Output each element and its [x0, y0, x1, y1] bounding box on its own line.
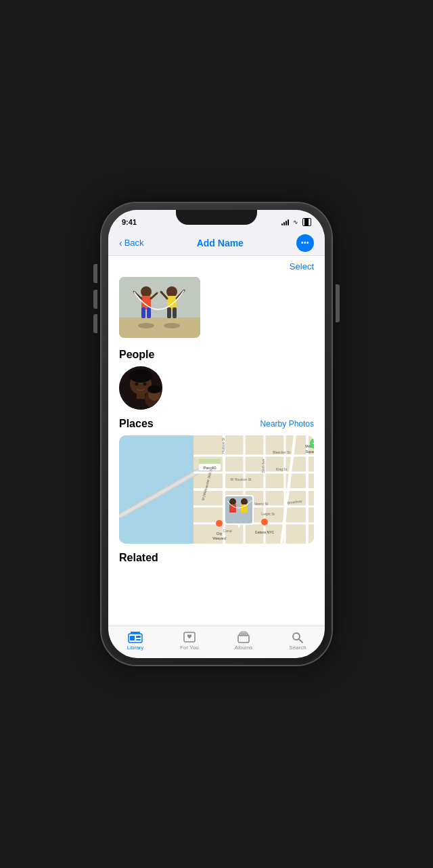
phone-screen: 9:41 ∿ ▉ ‹ Back Add Name •••: [108, 210, 325, 658]
status-icons: ∿ ▉: [281, 218, 311, 226]
svg-point-8: [166, 286, 177, 297]
svg-rect-66: [229, 504, 236, 513]
svg-point-15: [164, 323, 180, 328]
tab-albums[interactable]: Albums: [216, 631, 271, 651]
svg-rect-73: [136, 636, 141, 638]
svg-point-26: [147, 385, 161, 393]
svg-point-23: [143, 383, 147, 386]
content-area: Select: [108, 256, 325, 626]
svg-text:Hudson St: Hudson St: [221, 437, 225, 454]
people-section-title: People: [108, 341, 325, 366]
svg-text:Laight St: Laight St: [261, 512, 275, 516]
places-header: Places Nearby Photos: [108, 410, 325, 435]
wifi-icon: ∿: [293, 219, 298, 225]
phone-frame: 9:41 ∿ ▉ ‹ Back Add Name •••: [101, 203, 332, 665]
more-button[interactable]: •••: [296, 234, 314, 252]
svg-rect-1: [119, 318, 200, 338]
signal-icon: [281, 219, 289, 225]
back-button[interactable]: ‹ Back: [119, 238, 144, 248]
silent-switch[interactable]: [93, 314, 97, 333]
svg-point-57: [216, 520, 223, 527]
svg-point-60: [261, 519, 268, 525]
battery-icon: ▉: [302, 218, 311, 226]
svg-point-2: [141, 286, 152, 297]
svg-text:Vestry St: Vestry St: [254, 502, 269, 506]
library-icon: [128, 631, 143, 643]
map-view[interactable]: Pier 40 Washin Square Hudson St W Housto…: [119, 435, 314, 544]
svg-text:Gatano NYC: Gatano NYC: [255, 530, 275, 534]
search-icon: [291, 631, 304, 643]
svg-text:Sixth Ave: Sixth Ave: [261, 458, 265, 473]
svg-rect-72: [130, 636, 135, 641]
tab-search-label: Search: [289, 645, 306, 651]
svg-text:W Houston St: W Houston St: [231, 477, 252, 481]
select-button[interactable]: Select: [290, 261, 314, 272]
volume-down-button[interactable]: [93, 290, 97, 309]
svg-rect-10: [167, 307, 171, 318]
tab-search[interactable]: Search: [271, 631, 325, 651]
svg-rect-74: [136, 639, 141, 641]
navigation-bar: ‹ Back Add Name •••: [108, 230, 325, 256]
svg-text:King St: King St: [276, 467, 288, 471]
svg-text:Canal: Canal: [223, 529, 231, 533]
tab-for-you-label: For You: [180, 645, 199, 651]
svg-text:Vineyard: Vineyard: [212, 536, 226, 540]
volume-up-button[interactable]: [93, 264, 97, 283]
back-label: Back: [124, 238, 144, 248]
tab-albums-label: Albums: [235, 645, 253, 651]
places-section-title: Places: [119, 418, 154, 430]
for-you-icon: [183, 631, 196, 643]
main-photo[interactable]: [119, 277, 200, 338]
person-avatar[interactable]: [119, 366, 162, 410]
tab-for-you[interactable]: For You: [162, 631, 216, 651]
svg-rect-5: [147, 307, 151, 318]
related-section-title: Related: [119, 552, 158, 563]
power-button[interactable]: [336, 284, 340, 322]
svg-rect-11: [173, 307, 177, 318]
photo-svg: [119, 277, 200, 338]
jump-rope-photo: [119, 277, 200, 338]
svg-point-67: [241, 498, 248, 505]
svg-rect-4: [141, 307, 145, 318]
page-title: Add Name: [197, 238, 244, 248]
nearby-photos-button[interactable]: Nearby Photos: [260, 419, 314, 429]
map-svg: Pier 40 Washin Square Hudson St W Housto…: [119, 435, 314, 544]
svg-text:Bleecker St: Bleecker St: [273, 450, 290, 454]
tab-library[interactable]: Library: [108, 631, 162, 651]
face-svg: [119, 366, 162, 410]
svg-rect-68: [241, 504, 248, 513]
select-row: Select: [108, 256, 325, 274]
tab-library-label: Library: [127, 645, 143, 651]
ellipsis-icon: •••: [301, 239, 309, 246]
status-time: 9:41: [122, 218, 137, 226]
svg-text:Square: Square: [305, 450, 314, 454]
notch: [176, 210, 257, 225]
svg-text:City: City: [216, 531, 223, 536]
svg-rect-76: [238, 635, 249, 643]
tab-bar: Library For You Albums: [108, 626, 325, 658]
chevron-left-icon: ‹: [119, 238, 122, 248]
related-section: Related: [108, 544, 325, 569]
svg-point-14: [138, 323, 154, 328]
svg-rect-71: [131, 632, 140, 634]
svg-point-19: [129, 369, 152, 383]
svg-line-80: [299, 639, 302, 643]
albums-icon: [237, 631, 250, 643]
svg-point-22: [135, 383, 139, 386]
